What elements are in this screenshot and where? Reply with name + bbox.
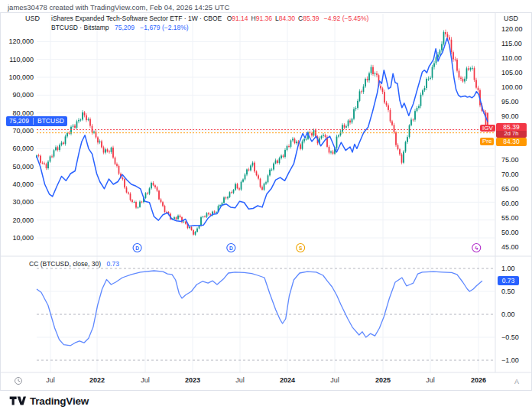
time-axis-label: 2025 <box>375 376 391 384</box>
btc-series-legend[interactable]: BTCUSD · Bitstamp 75,209 −1,679 (−2.18%) <box>51 24 189 31</box>
cc-correlation-line <box>37 271 482 346</box>
right-axis-tick: 50.00 <box>501 229 519 236</box>
main-series-legend[interactable]: iShares Expanded Tech-Software Sector ET… <box>51 15 368 22</box>
main-series-title: iShares Expanded Tech-Software Sector ET… <box>51 15 222 22</box>
svg-text:S: S <box>299 246 303 251</box>
time-axis-label: Jul <box>141 376 150 384</box>
btc-series-title: BTCUSD · Bitstamp <box>51 24 109 31</box>
tradingview-logo[interactable]: TradingView <box>9 395 89 407</box>
tradingview-logo-text: TradingView <box>30 395 89 407</box>
right-axis-tick: 60.00 <box>501 200 519 207</box>
right-axis-tick: 110.00 <box>501 54 522 62</box>
right-axis-tick: 45.00 <box>501 243 519 251</box>
cc-axis-tick: 0.00 <box>501 311 515 318</box>
time-axis-label: Jul <box>330 376 339 384</box>
left-price-axis[interactable]: 120,000110,000100,00090,00080,00070,0006… <box>0 13 37 372</box>
left-axis-tick: 80,000 <box>2 109 34 117</box>
cc-axis-tick: 0.50 <box>501 288 515 295</box>
svg-text:D: D <box>229 246 233 251</box>
time-axis-label: Jul <box>235 376 245 384</box>
right-axis-tick: 100.00 <box>501 83 523 91</box>
left-axis-tick: 40,000 <box>2 180 34 188</box>
left-axis-tick: 110,000 <box>2 56 34 63</box>
right-axis-tick: 65.00 <box>501 185 519 193</box>
ohlc-values: O91.14H91.36L84.30C85.39 <box>224 15 320 22</box>
igv-badge-countdown: 2d 7h <box>496 131 527 138</box>
right-axis-tick: 95.00 <box>501 98 519 106</box>
chart-plot-area[interactable]: DDSϟ <box>0 0 532 413</box>
left-axis-tick: 30,000 <box>2 198 34 206</box>
svg-text:D: D <box>135 246 139 251</box>
cc-axis-tick: −1.00 <box>501 356 519 364</box>
right-axis-tick: 75.00 <box>501 156 519 164</box>
left-axis-tick: 60,000 <box>2 145 34 152</box>
left-axis-tick: 10,000 <box>2 234 34 242</box>
igv-candles <box>36 30 488 236</box>
time-axis[interactable]: Jul2022Jul2023Jul2024Jul2025Jul2026 <box>0 372 532 390</box>
cc-axis-tick: 1.00 <box>501 265 515 272</box>
time-axis-label: Jul <box>46 376 55 384</box>
right-axis-tick: 105.00 <box>501 69 523 76</box>
left-axis-tick: 120,000 <box>2 37 34 45</box>
main-series-change: −4.92 (−5.45%) <box>324 15 369 22</box>
igv-symbol-tag: IGV <box>480 125 495 132</box>
right-axis-tick: 90.00 <box>501 112 519 120</box>
cc-indicator-title: CC (BTCUSD, close, 30) <box>29 260 101 268</box>
time-axis-label: 2023 <box>185 376 200 384</box>
cc-indicator-legend[interactable]: CC (BTCUSD, close, 30) 0.73 <box>29 260 119 268</box>
marker-dividend[interactable]: D <box>227 244 235 252</box>
time-axis-label: 2026 <box>471 376 486 384</box>
left-axis-tick: 90,000 <box>2 91 34 99</box>
time-axis-label: 2022 <box>89 376 105 384</box>
right-axis-tick: 115.00 <box>501 40 522 47</box>
btc-series-change: −1,679 (−2.18%) <box>140 24 188 31</box>
time-axis-label: Jul <box>426 376 435 384</box>
marker-event-flash[interactable]: ϟ <box>472 244 481 252</box>
right-axis-tick: 70.00 <box>501 171 519 178</box>
cc-axis-tick: −0.50 <box>501 333 519 341</box>
left-axis-tick: 20,000 <box>2 216 34 224</box>
btc-badge-symbol: BTCUSD <box>37 116 64 126</box>
btc-series-value: 75,209 <box>115 24 135 31</box>
btc-price-line <box>37 38 488 226</box>
premarket-tag: Pre <box>480 138 494 145</box>
marker-dividend[interactable]: D <box>133 244 141 252</box>
left-axis-tick: 70,000 <box>2 127 34 135</box>
premarket-price-badge: 84.30 <box>496 138 527 146</box>
right-axis-tick: 55.00 <box>501 214 519 222</box>
igv-price-badge: 85.39 2d 7h <box>496 123 527 138</box>
tradingview-snapshot: james30478 created with TradingView.com,… <box>0 0 532 413</box>
btc-price-badge: 75,209 BTCUSD <box>6 116 67 126</box>
btc-badge-price: 75,209 <box>9 116 29 126</box>
left-axis-tick: 100,000 <box>2 73 34 81</box>
marker-split[interactable]: S <box>297 244 305 252</box>
cc-value-badge: 0.73 <box>498 276 519 285</box>
tradingview-logo-icon <box>9 395 26 407</box>
cc-indicator-value: 0.73 <box>106 260 119 268</box>
right-price-axis[interactable]: 120.00115.00110.00105.00100.0095.0090.00… <box>495 13 532 372</box>
right-axis-tick: 120.00 <box>501 25 523 33</box>
time-axis-label: 2024 <box>280 376 295 384</box>
left-axis-tick: 50,000 <box>2 163 34 171</box>
badge-separator <box>33 118 34 125</box>
auto-scale-button[interactable]: A <box>512 377 521 386</box>
